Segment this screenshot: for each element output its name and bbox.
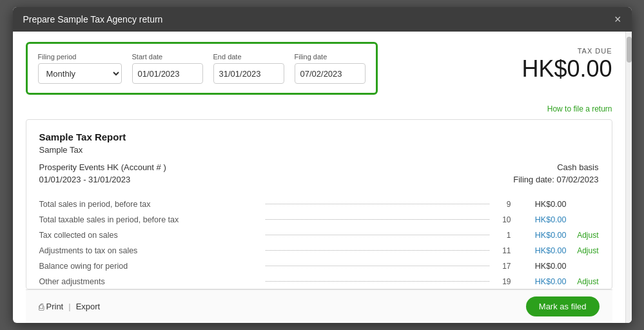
end-date-input[interactable] xyxy=(213,63,284,84)
report-account: Prosperity Events HK (Account # ) xyxy=(39,161,166,174)
row-dots xyxy=(266,219,489,220)
report-table: Total sales in period, before tax9HK$0.0… xyxy=(39,197,599,290)
how-to-link-container: How to file a return xyxy=(26,102,612,114)
modal-window: Prepare Sample Tax Agency return × Filin… xyxy=(13,7,632,323)
table-row: Adjustments to tax on sales11HK$0.00Adju… xyxy=(39,243,599,258)
filing-period-field: Filing period MonthlyQuarterlyAnnually xyxy=(38,53,122,84)
report-meta-left: Prosperity Events HK (Account # ) 01/01/… xyxy=(39,161,166,186)
row-amount: HK$0.00 xyxy=(522,246,567,255)
export-link[interactable]: Export xyxy=(76,302,101,311)
modal-title: Prepare Sample Tax Agency return xyxy=(23,14,163,24)
row-dots xyxy=(266,266,489,266)
report-title-2: Sample Tax xyxy=(39,145,599,155)
footer-divider: | xyxy=(68,302,70,311)
row-dots xyxy=(266,250,489,251)
row-number: 17 xyxy=(492,262,511,271)
row-dots xyxy=(266,281,489,282)
modal-body: Filing period MonthlyQuarterlyAnnually S… xyxy=(13,32,632,323)
filing-period-select[interactable]: MonthlyQuarterlyAnnually xyxy=(38,63,122,84)
filing-form: Filing period MonthlyQuarterlyAnnually S… xyxy=(26,42,378,95)
filing-period-label: Filing period xyxy=(38,53,122,61)
filing-date-label: Filing date xyxy=(295,53,366,61)
filing-date-input[interactable] xyxy=(295,63,366,84)
adjust-link[interactable]: Adjust xyxy=(567,246,599,255)
start-date-label: Start date xyxy=(132,53,203,61)
row-number: 10 xyxy=(492,215,511,224)
row-number: 9 xyxy=(492,200,511,209)
report-meta: Prosperity Events HK (Account # ) 01/01/… xyxy=(39,161,599,186)
row-amount: HK$0.00 xyxy=(522,262,567,271)
end-date-field: End date xyxy=(213,53,284,84)
row-dots xyxy=(266,204,489,204)
mark-as-filed-button[interactable]: Mark as filed xyxy=(526,296,600,316)
table-row: Other adjustments19HK$0.00Adjust xyxy=(39,274,599,289)
top-section: Filing period MonthlyQuarterlyAnnually S… xyxy=(26,42,612,95)
modal-header: Prepare Sample Tax Agency return × xyxy=(13,7,632,32)
row-dots xyxy=(266,235,489,235)
table-row: Total sales in period, before tax9HK$0.0… xyxy=(39,197,599,212)
table-row: Total taxable sales in period, before ta… xyxy=(39,212,599,228)
start-date-input[interactable] xyxy=(132,63,203,84)
print-icon: ⎙ xyxy=(39,302,44,312)
report-filing-date: Filing date: 07/02/2023 xyxy=(513,173,598,186)
row-label: Tax collected on sales xyxy=(39,231,263,240)
row-number: 11 xyxy=(492,246,511,255)
row-amount: HK$0.00 xyxy=(522,231,567,240)
footer-left: ⎙ Print | Export xyxy=(39,302,101,312)
adjust-link[interactable]: Adjust xyxy=(567,277,599,286)
close-button[interactable]: × xyxy=(614,14,621,25)
row-label: Other adjustments xyxy=(39,277,263,286)
table-row: Balance owing for period17HK$0.00 xyxy=(39,258,599,274)
scrollbar-thumb[interactable] xyxy=(627,37,632,63)
row-amount: HK$0.00 xyxy=(522,215,567,224)
main-content: Filing period MonthlyQuarterlyAnnually S… xyxy=(13,32,625,323)
row-number: 19 xyxy=(492,277,511,286)
report-container: Sample Tax Report Sample Tax Prosperity … xyxy=(26,119,612,289)
end-date-label: End date xyxy=(213,53,284,61)
tax-due-amount: HK$0.00 xyxy=(522,55,612,82)
how-to-file-link[interactable]: How to file a return xyxy=(547,104,612,113)
row-amount: HK$0.00 xyxy=(522,277,567,286)
modal-footer: ⎙ Print | Export Mark as filed xyxy=(26,289,612,323)
table-row: Tax collected on sales1HK$0.00Adjust xyxy=(39,228,599,243)
report-meta-right: Cash basis Filing date: 07/02/2023 xyxy=(513,161,598,186)
scrollbar[interactable] xyxy=(625,32,632,323)
row-label: Balance owing for period xyxy=(39,262,263,271)
report-basis: Cash basis xyxy=(513,161,598,174)
filing-date-field: Filing date xyxy=(295,53,366,84)
tax-due-label: TAX DUE xyxy=(522,47,612,55)
row-amount: HK$0.00 xyxy=(522,200,567,209)
report-period: 01/01/2023 - 31/01/2023 xyxy=(39,173,166,186)
start-date-field: Start date xyxy=(132,53,203,84)
row-label: Adjustments to tax on sales xyxy=(39,246,263,255)
adjust-link[interactable]: Adjust xyxy=(567,231,599,240)
tax-due-section: TAX DUE HK$0.00 xyxy=(522,42,612,82)
row-label: Total sales in period, before tax xyxy=(39,200,263,209)
row-number: 1 xyxy=(492,231,511,240)
print-link[interactable]: Print xyxy=(46,302,64,311)
report-title-1: Sample Tax Report xyxy=(39,130,599,145)
row-label: Total taxable sales in period, before ta… xyxy=(39,215,263,224)
